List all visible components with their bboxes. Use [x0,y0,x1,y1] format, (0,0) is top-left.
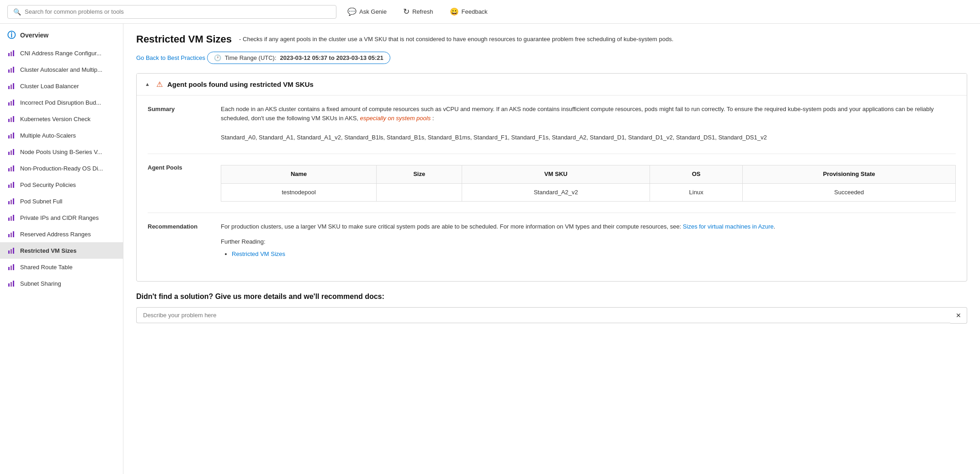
summary-colon: : [432,115,434,122]
svg-rect-0 [8,53,10,56]
svg-rect-30 [8,218,10,221]
svg-rect-35 [13,231,14,237]
sidebar-item-label: Reserved Address Ranges [20,231,91,238]
sidebar-item-bseries[interactable]: Node Pools Using B-Series V... [0,144,123,160]
sidebar-item-autoscaler[interactable]: Cluster Autoscaler and Multip... [0,61,123,78]
svg-rect-9 [8,102,10,106]
table-col-os: OS [650,165,743,183]
bar-chart-icon [7,115,16,123]
bar-chart-icon [7,82,16,90]
sku-list: Standard_A0, Standard_A1, Standard_A1_v2… [221,134,767,141]
svg-rect-38 [13,248,14,254]
bar-chart-icon [7,131,16,139]
sidebar-item-loadbalancer[interactable]: Cluster Load Balancer [0,78,123,94]
sidebar-item-nonprod[interactable]: Non-Production-Ready OS Di... [0,160,123,176]
main-card: ▲ ⚠ Agent pools found using restricted V… [136,73,967,282]
sidebar-item-label: Incorrect Pod Disruption Bud... [20,99,101,106]
svg-rect-23 [13,165,14,171]
close-icon: ✕ [956,312,961,319]
bar-chart-icon [7,181,16,189]
search-input[interactable] [25,8,330,15]
content-area: Restricted VM Sizes - Checks if any agen… [123,24,980,474]
recommendation-section: Recommendation For production clusters, … [148,222,956,261]
further-reading-link[interactable]: Restricted VM Sizes [232,250,285,257]
bar-chart-icon [7,279,16,288]
page-description: - Checks if any agent pools in the clust… [239,33,967,44]
svg-rect-17 [13,133,14,138]
sidebar-items-list: CNI Address Range Configur... Cluster Au… [0,45,123,292]
agent-pools-table-container: NameSizeVM SKUOSProvisioning State testn… [221,163,956,202]
svg-rect-18 [8,152,10,155]
problem-input-row: ✕ [136,307,967,324]
sidebar-item-label: Pod Subnet Full [20,198,63,205]
smile-icon: 😀 [450,7,459,16]
collapse-icon: ▲ [145,81,150,87]
svg-rect-13 [11,117,12,122]
recommendation-content: For production clusters, use a larger VM… [221,222,956,261]
table-col-vm-sku: VM SKU [462,165,650,183]
problem-input[interactable] [136,307,950,323]
svg-rect-39 [8,267,10,270]
svg-rect-14 [13,116,14,122]
bottom-section: Didn't find a solution? Give us more det… [136,293,967,324]
sidebar-item-privateips[interactable]: Private IPs and CIDR Ranges [0,209,123,226]
bar-chart-icon [7,213,16,222]
sidebar-item-label: Restricted VM Sizes [20,247,77,254]
time-range-label: Time Range (UTC): [225,54,277,61]
sidebar-item-podsecurity[interactable]: Pod Security Policies [0,176,123,193]
main-layout: ⓘ Overview CNI Address Range Configur...… [0,24,980,474]
sidebar-item-cni[interactable]: CNI Address Range Configur... [0,45,123,61]
search-icon: 🔍 [13,8,21,16]
sidebar-item-label: Kubernetes Version Check [20,116,91,122]
sidebar-item-sharedroute[interactable]: Shared Route Table [0,259,123,275]
sidebar-item-label: Multiple Auto-Scalers [20,132,76,139]
search-box[interactable]: 🔍 [7,5,336,19]
bar-chart-icon [7,246,16,255]
page-title-row: Restricted VM Sizes - Checks if any agen… [136,33,967,46]
time-range-pill[interactable]: 🕐 Time Range (UTC): 2023-03-12 05:37 to … [207,52,390,64]
further-reading-list: Restricted VM Sizes [221,250,956,259]
table-col-size: Size [377,165,462,183]
table-body: testnodepoolStandard_A2_v2LinuxSucceeded [221,183,956,202]
svg-rect-36 [8,250,10,254]
sidebar-item-overview[interactable]: ⓘ Overview [0,26,123,45]
go-back-link[interactable]: Go Back to Best Practices [136,54,205,61]
azure-vm-sizes-link[interactable]: Sizes for virtual machines in Azure [683,223,774,230]
problem-input-clear-button[interactable]: ✕ [950,307,967,324]
summary-section: Summary Each node in an AKS cluster cont… [148,105,956,143]
sidebar-item-label: Node Pools Using B-Series V... [20,149,102,155]
time-range-value: 2023-03-12 05:37 to 2023-03-13 05:21 [280,54,383,61]
sidebar-item-disruption[interactable]: Incorrect Pod Disruption Bud... [0,94,123,111]
svg-rect-21 [8,168,10,171]
bottom-heading: Didn't find a solution? Give us more det… [136,293,967,301]
sidebar-item-podsubnet[interactable]: Pod Subnet Full [0,193,123,209]
sidebar-item-label: CNI Address Range Configur... [20,50,101,57]
sidebar-item-label: Private IPs and CIDR Ranges [20,214,99,221]
top-bar: 🔍 💬 Ask Genie ↻ Refresh 😀 Feedback [0,0,980,24]
svg-rect-34 [11,233,12,237]
table-col-name: Name [221,165,377,183]
sidebar-item-label: Pod Security Policies [20,181,76,188]
sidebar-item-reserved[interactable]: Reserved Address Ranges [0,226,123,242]
ask-genie-button[interactable]: 💬 Ask Genie [342,5,392,19]
sidebar-item-label: Cluster Autoscaler and Multip... [20,66,102,73]
svg-rect-37 [11,249,12,254]
table-col-provisioning-state: Provisioning State [743,165,956,183]
card-header[interactable]: ▲ ⚠ Agent pools found using restricted V… [137,74,967,96]
warning-icon: ⚠ [156,80,163,89]
svg-rect-43 [11,282,12,287]
refresh-button[interactable]: ↻ Refresh [398,4,439,19]
sidebar-item-k8sversion[interactable]: Kubernetes Version Check [0,111,123,127]
agent-pools-table: NameSizeVM SKUOSProvisioning State testn… [221,165,956,202]
sidebar-item-label: Non-Production-Ready OS Di... [20,165,103,172]
svg-rect-26 [13,182,14,188]
sidebar-item-subnetsharing[interactable]: Subnet Sharing [0,275,123,292]
sidebar-item-autoscalers[interactable]: Multiple Auto-Scalers [0,127,123,144]
further-reading-item: Restricted VM Sizes [232,250,956,259]
page-title: Restricted VM Sizes [136,33,232,46]
svg-rect-41 [13,264,14,270]
feedback-button[interactable]: 😀 Feedback [444,5,493,19]
agent-pools-label: Agent Pools [148,163,212,202]
svg-rect-5 [13,67,14,73]
sidebar-item-restrictedsizes[interactable]: Restricted VM Sizes [0,242,123,259]
